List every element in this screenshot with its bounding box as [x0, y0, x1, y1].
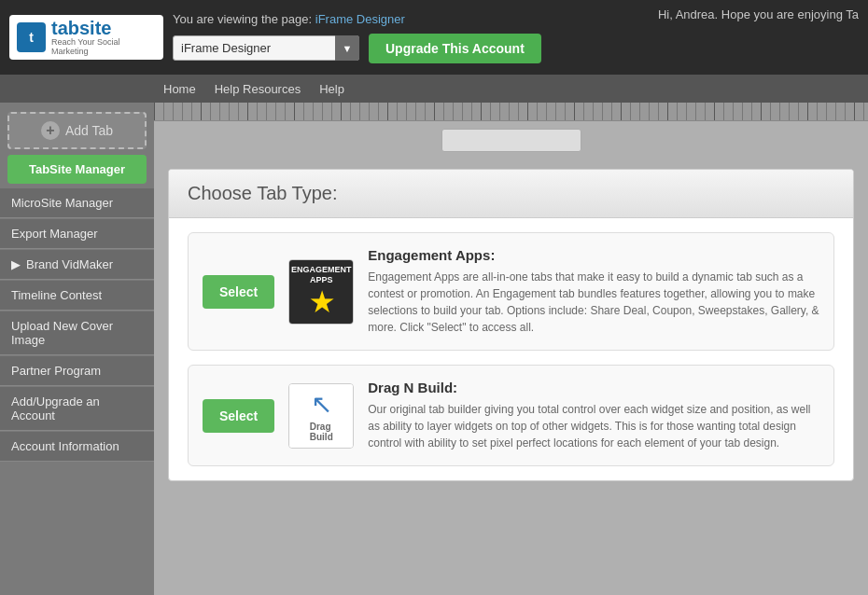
page-select-wrapper: iFrame Designer ▼ — [173, 35, 359, 61]
sidebar-item-timeline-contest[interactable]: Timeline Contest — [0, 281, 154, 311]
engagement-description: Engagement Apps are all-in-one tabs that… — [368, 269, 819, 336]
sidebar-item-microsite-manager[interactable]: MicroSite Manager — [0, 188, 154, 218]
engagement-title: Engagement Apps: — [368, 247, 819, 263]
add-tab-button[interactable]: + Add Tab — [7, 112, 147, 149]
engagement-select-button[interactable]: Select — [203, 275, 274, 309]
nav-home[interactable]: Home — [163, 82, 196, 96]
choose-title: Choose Tab Type: — [188, 183, 834, 204]
logo-main-text: tabsite — [51, 19, 156, 37]
main-layout: + Add Tab TabSite Manager MicroSite Mana… — [0, 103, 868, 595]
plus-icon: + — [41, 121, 60, 140]
sidebar-label-brand: Brand VidMaker — [26, 257, 113, 271]
upgrade-button[interactable]: Upgrade This Account — [369, 34, 541, 63]
logo-area: t tabsite Reach Your Social Marketing — [9, 15, 163, 60]
sidebar-item-partner-program[interactable]: Partner Program — [0, 356, 154, 386]
drag-description: Our original tab builder giving you tota… — [368, 401, 819, 451]
sidebar-item-brand-vidmaker[interactable]: ▶ Brand VidMaker — [0, 250, 154, 280]
ruler-major — [154, 103, 868, 120]
center-bar — [154, 121, 868, 159]
viewing-text: You are viewing the page: iFrame Designe… — [173, 12, 658, 26]
drag-icon-text: DragBuild — [310, 422, 333, 442]
logo-icon: t — [17, 22, 46, 52]
drag-content: Drag N Build: Our original tab builder g… — [368, 380, 819, 451]
drag-icon-inner: ↖ DragBuild — [289, 384, 353, 448]
header-controls: iFrame Designer ▼ Upgrade This Account — [173, 34, 658, 63]
page-link[interactable]: iFrame Designer — [315, 12, 405, 26]
drag-icon: ↖ DragBuild — [288, 383, 354, 449]
drag-n-build-card: Select ↖ DragBuild Drag N Build: Our ori… — [188, 365, 834, 466]
choose-header: Choose Tab Type: — [169, 170, 853, 218]
choose-body: Select ENGAGEMENTAPPS ★ Engagement Apps:… — [169, 218, 853, 480]
engagement-icon-text: ENGAGEMENTAPPS — [291, 265, 352, 285]
sidebar-item-export-manager[interactable]: Export Manager — [0, 219, 154, 249]
sidebar-label-addupgrade: Add/Upgrade an Account — [11, 394, 143, 422]
engagement-icon-inner: ENGAGEMENTAPPS ★ — [289, 260, 353, 324]
sidebar-item-add-upgrade[interactable]: Add/Upgrade an Account — [0, 387, 154, 431]
cursor-arrow-icon: ↖ — [311, 389, 332, 420]
choose-section: Choose Tab Type: Select ENGAGEMENTAPPS ★… — [168, 169, 854, 481]
brand-vidmaker-icon: ▶ — [11, 257, 21, 271]
sidebar-label-partner: Partner Program — [11, 364, 101, 378]
ruler — [154, 103, 868, 121]
drag-select-button[interactable]: Select — [203, 399, 274, 433]
header-middle: You are viewing the page: iFrame Designe… — [163, 12, 658, 63]
engagement-apps-card: Select ENGAGEMENTAPPS ★ Engagement Apps:… — [188, 232, 834, 351]
header: t tabsite Reach Your Social Marketing Yo… — [0, 0, 868, 75]
engagement-star-icon: ★ — [310, 287, 333, 318]
tabsite-manager-button[interactable]: TabSite Manager — [7, 155, 147, 184]
sidebar-label-account: Account Information — [11, 439, 119, 453]
content-area: Choose Tab Type: Select ENGAGEMENTAPPS ★… — [154, 103, 868, 595]
sidebar-item-account-information[interactable]: Account Information — [0, 432, 154, 462]
sidebar: + Add Tab TabSite Manager MicroSite Mana… — [0, 103, 154, 595]
center-input[interactable] — [441, 129, 581, 152]
sidebar-label-upload: Upload New Cover Image — [11, 319, 143, 347]
nav-bar: Home Help Resources Help — [0, 75, 868, 103]
drag-title: Drag N Build: — [368, 380, 819, 395]
sidebar-label-microsite: MicroSite Manager — [11, 196, 113, 210]
nav-help-resources[interactable]: Help Resources — [215, 82, 301, 96]
add-tab-label: Add Tab — [65, 123, 113, 138]
engagement-icon: ENGAGEMENTAPPS ★ — [288, 259, 354, 325]
sidebar-label-export: Export Manager — [11, 227, 98, 241]
logo-box: t tabsite Reach Your Social Marketing — [9, 15, 163, 60]
page-select[interactable]: iFrame Designer — [173, 35, 359, 61]
header-greeting: Hi, Andrea. Hope you are enjoying Ta — [658, 0, 859, 21]
logo-sub-text: Reach Your Social Marketing — [51, 37, 156, 56]
engagement-content: Engagement Apps: Engagement Apps are all… — [368, 247, 819, 336]
logo-text: tabsite Reach Your Social Marketing — [51, 19, 156, 56]
nav-help[interactable]: Help — [319, 82, 344, 96]
sidebar-label-timeline: Timeline Contest — [11, 288, 102, 302]
sidebar-item-upload-cover[interactable]: Upload New Cover Image — [0, 311, 154, 355]
